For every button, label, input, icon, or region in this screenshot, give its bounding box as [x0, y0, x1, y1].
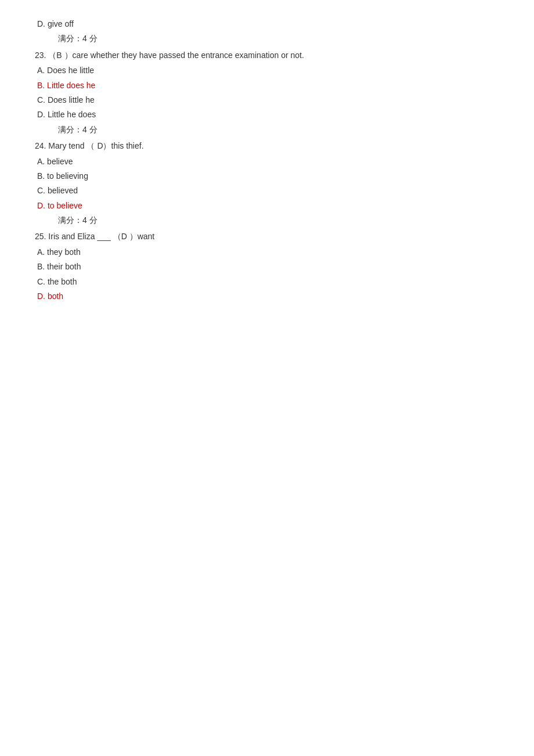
option-25-a: A. they both	[35, 246, 499, 258]
option-24-d-correct: D. to believe	[35, 199, 499, 212]
option-23-d: D. Little he does	[35, 108, 499, 121]
option-23-c: C. Does little he	[35, 93, 499, 106]
option-23-b-correct: B. Little does he	[35, 79, 499, 92]
question-24: 24. Mary tend （ D）this thief.	[35, 139, 499, 152]
option-23-a: A. Does he little	[35, 64, 499, 77]
option-25-d-correct: D. both	[35, 290, 499, 303]
score-q24: 满分：4 分	[35, 214, 499, 226]
score-q23: 满分：4 分	[35, 123, 499, 136]
exam-content: D. give off 满分：4 分 23. （B ）care whether …	[35, 17, 499, 303]
score-before-q23: 满分：4 分	[35, 32, 499, 45]
option-d-give-off: D. give off	[35, 17, 499, 30]
question-25: 25. Iris and Eliza ___ （D ）want	[35, 230, 499, 243]
option-24-b: B. to believing	[35, 170, 499, 182]
option-24-a: A. believe	[35, 155, 499, 168]
option-24-c: C. believed	[35, 184, 499, 197]
option-25-c: C. the both	[35, 275, 499, 288]
option-25-b: B. their both	[35, 260, 499, 273]
question-23: 23. （B ）care whether they have passed th…	[35, 49, 499, 62]
